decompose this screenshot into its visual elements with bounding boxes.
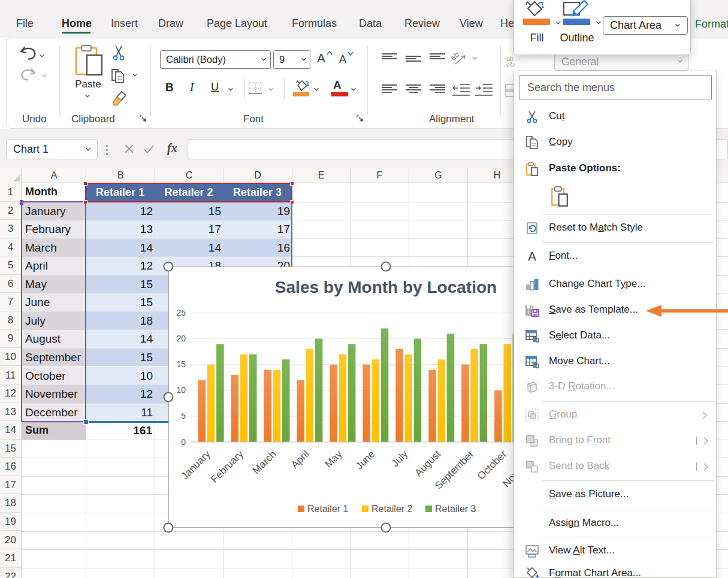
svg-text:Retailer 2: Retailer 2 xyxy=(371,504,413,514)
svg-text:Retailer 1: Retailer 1 xyxy=(307,504,349,514)
svg-text:Sales by Month by Location: Sales by Month by Location xyxy=(275,278,497,296)
svg-text:25: 25 xyxy=(176,308,186,317)
svg-text:5: 5 xyxy=(181,411,186,420)
svg-text:0: 0 xyxy=(181,437,186,447)
svg-text:20: 20 xyxy=(176,334,186,343)
svg-text:Retailer 3: Retailer 3 xyxy=(435,504,476,514)
svg-text:15: 15 xyxy=(176,359,186,369)
svg-text:A: A xyxy=(528,249,536,263)
svg-text:10: 10 xyxy=(176,385,186,395)
